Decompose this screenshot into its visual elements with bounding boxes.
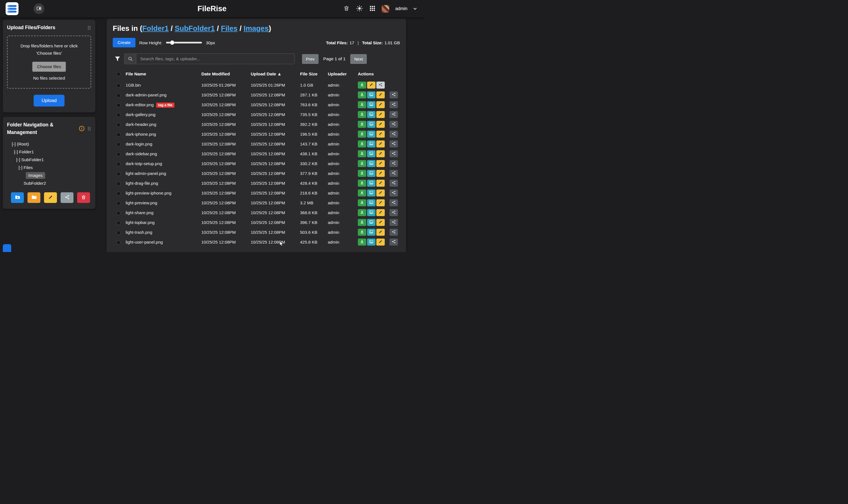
file-name[interactable]: dark-login.png [126,142,152,146]
column-header-date-modified[interactable]: Date Modified [201,69,251,80]
share-button[interactable] [389,150,398,157]
file-name[interactable]: light-trash.png [126,230,152,235]
username[interactable]: admin [395,6,407,11]
file-name[interactable]: dark-totp-setup.png [126,161,162,166]
edit-button[interactable] [376,111,385,118]
file-name[interactable]: light-drag-file.png [126,181,158,185]
column-header-uploader[interactable]: Uploader [328,69,358,80]
apps-grid-button[interactable] [369,5,376,13]
share-folder-button[interactable] [60,192,73,203]
folder-tree-item-files[interactable]: [-] Files [7,164,91,172]
move-folder-button[interactable] [28,192,40,203]
breadcrumb-link-folder1[interactable]: Folder1 [142,24,169,33]
file-name[interactable]: dark-header.png [126,122,156,127]
preview-button[interactable] [367,238,375,246]
share-button[interactable] [389,170,398,177]
file-name[interactable]: 1GB.bin [126,83,141,88]
trash-view-button[interactable] [343,5,350,13]
download-button[interactable] [358,160,366,167]
row-checkbox[interactable] [117,162,120,166]
edit-button[interactable] [367,82,375,89]
preview-button[interactable] [367,199,375,206]
folder-tree-item-folder1[interactable]: [-] Folder1 [7,148,91,156]
row-checkbox[interactable] [117,172,120,176]
share-button[interactable] [389,131,398,138]
collapse-toggle[interactable]: [-] [12,142,17,147]
breadcrumb-link-images[interactable]: Images [244,24,269,33]
drag-handle-icon[interactable] [87,25,91,30]
row-checkbox[interactable] [117,143,120,146]
folder-tree-item-subfolder2[interactable]: SubFolder2 [7,179,91,187]
collapse-toggle[interactable]: [-] [18,165,23,170]
row-checkbox[interactable] [117,84,120,88]
download-button[interactable] [358,131,366,138]
download-button[interactable] [358,229,366,236]
download-button[interactable] [358,141,366,147]
edit-button[interactable] [376,238,385,246]
row-height-slider[interactable] [166,42,202,43]
row-checkbox[interactable] [117,241,120,245]
preview-button[interactable] [367,160,375,167]
row-checkbox[interactable] [117,211,120,215]
row-checkbox[interactable] [117,192,120,195]
drag-handle-icon[interactable] [87,126,91,131]
edit-button[interactable] [376,229,385,236]
row-checkbox[interactable] [117,231,120,235]
row-checkbox[interactable] [117,94,120,97]
download-button[interactable] [358,170,366,177]
share-button[interactable] [389,238,398,246]
preview-button[interactable] [367,141,375,147]
preview-button[interactable] [367,180,375,187]
file-name[interactable]: dark-editor.png [126,102,154,107]
row-checkbox[interactable] [117,221,120,225]
file-name[interactable]: dark-admin-panel.png [126,92,166,97]
file-name[interactable]: dark-gallery.png [126,112,155,117]
download-button[interactable] [358,111,366,118]
create-button[interactable]: Create [113,38,136,47]
folder-tree-item-images[interactable]: Images [7,172,91,179]
search-input[interactable] [136,54,295,64]
preview-button[interactable] [367,101,375,108]
file-name[interactable]: light-preview.png [126,200,157,205]
search-icon[interactable] [124,54,136,64]
download-button[interactable] [358,91,366,98]
edit-button[interactable] [376,209,385,216]
download-button[interactable] [358,219,366,226]
share-button[interactable] [389,229,398,236]
preview-button[interactable] [367,150,375,157]
download-button[interactable] [358,190,366,197]
folder-tree-item-root[interactable]: [-] (Root) [7,140,91,148]
breadcrumb-link-files[interactable]: Files [221,24,237,33]
row-checkbox[interactable] [117,133,120,137]
preview-button[interactable] [367,219,375,226]
download-button[interactable] [358,199,366,206]
edit-button[interactable] [376,121,385,128]
download-button[interactable] [358,150,366,157]
edit-button[interactable] [376,131,385,138]
upload-button[interactable]: Upload [34,95,65,107]
edit-button[interactable] [376,91,385,98]
file-name[interactable]: light-topbar.png [126,220,155,225]
file-name[interactable]: dark-iphone.png [126,132,156,137]
preview-button[interactable] [367,190,375,197]
edit-button[interactable] [376,219,385,226]
prev-button[interactable]: Prev [302,54,319,64]
preview-button[interactable] [367,229,375,236]
collapse-toggle[interactable]: [-] [14,149,19,155]
edit-button[interactable] [376,199,385,206]
row-checkbox[interactable] [117,104,120,107]
delete-folder-button[interactable] [77,192,90,203]
edit-button[interactable] [376,180,385,187]
download-button[interactable] [358,180,366,187]
edit-button[interactable] [376,101,385,108]
share-button[interactable] [389,190,398,197]
breadcrumb-link-subfolder1[interactable]: SubFolder1 [175,24,215,33]
share-button[interactable] [389,111,398,118]
row-checkbox[interactable] [117,152,120,156]
select-all-checkbox[interactable] [117,72,120,76]
share-button[interactable] [389,209,398,216]
row-checkbox[interactable] [117,123,120,127]
file-dropzone[interactable]: Drop files/folders here or click 'Choose… [7,36,91,89]
share-button[interactable] [389,101,398,108]
rename-folder-button[interactable] [44,192,57,203]
